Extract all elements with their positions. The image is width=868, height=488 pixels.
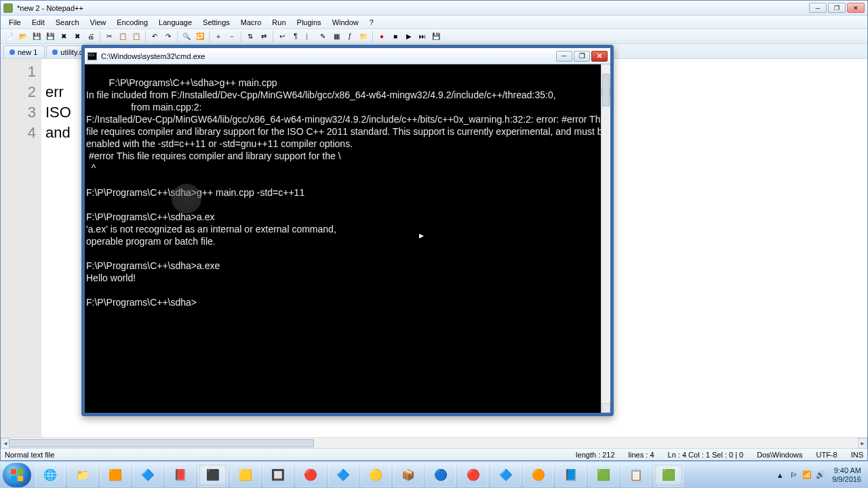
play-icon[interactable]: ▶ [403, 30, 415, 43]
menu-plugins[interactable]: Plugins [292, 17, 327, 28]
save-icon[interactable]: 💾 [31, 30, 43, 43]
func-list-icon[interactable]: ƒ [344, 30, 356, 43]
taskbar-blender-icon[interactable]: 🟠 [524, 464, 553, 487]
menu-edit[interactable]: Edit [26, 17, 50, 28]
line-number: 2 [1, 82, 36, 102]
tab-new-1[interactable]: new 1 [3, 45, 45, 58]
npp-maximize-button[interactable]: ❐ [828, 3, 846, 13]
cmd-minimize-button[interactable]: ─ [556, 51, 572, 62]
status-filetype: Normal text file [5, 451, 54, 459]
replace-icon[interactable]: 🔁 [194, 30, 206, 43]
cmd-text: F:\P\Programs\C++\sdha>g++ main.cpp In f… [86, 77, 610, 308]
sync-v-icon[interactable]: ⇅ [244, 30, 256, 43]
taskbar-chrome-icon[interactable]: 🔴 [296, 464, 326, 487]
menu-macro[interactable]: Macro [235, 17, 267, 28]
doc-map-icon[interactable]: ▦ [330, 30, 342, 43]
new-file-icon[interactable]: 📄 [3, 30, 16, 43]
cmd-vertical-scrollbar[interactable]: ▲ ▼ [601, 64, 610, 413]
taskbar-app4-icon[interactable]: 🟩 [589, 464, 618, 487]
tray-network-icon[interactable]: 📶 [802, 470, 812, 480]
horizontal-scrollbar[interactable]: ◄ ► [1, 437, 867, 448]
close-all-icon[interactable]: ✖ [71, 30, 83, 43]
save-macro-icon[interactable]: 💾 [430, 30, 442, 43]
zoom-in-icon[interactable]: ＋ [212, 30, 224, 43]
record-icon[interactable]: ● [376, 30, 388, 43]
cmd-close-button[interactable]: ✕ [591, 51, 608, 62]
line-number: 3 [1, 102, 36, 123]
zoom-out-icon[interactable]: － [226, 30, 238, 43]
status-encoding: UTF-8 [816, 451, 837, 459]
taskbar-ps-icon[interactable]: 🔷 [491, 464, 521, 487]
status-position: Ln : 4 Col : 1 Sel : 0 | 0 [668, 451, 744, 459]
taskbar-app5-icon[interactable]: 📋 [621, 464, 651, 487]
play-multi-icon[interactable]: ⏭ [416, 30, 429, 43]
cmd-maximize-button[interactable]: ❐ [574, 51, 590, 62]
menu-help[interactable]: ? [364, 17, 379, 28]
menu-language[interactable]: Language [153, 17, 197, 28]
taskbar-explorer-icon[interactable]: 📁 [68, 464, 98, 487]
menu-settings[interactable]: Settings [197, 17, 235, 28]
tray-volume-icon[interactable]: 🔊 [816, 470, 825, 480]
taskbar-devcpp-icon[interactable]: 🔷 [133, 464, 163, 487]
close-file-icon[interactable]: ✖ [58, 30, 70, 43]
npp-title-text: *new 2 - Notepad++ [17, 4, 809, 12]
scroll-thumb[interactable] [602, 74, 610, 106]
taskbar-box-icon[interactable]: 📦 [393, 464, 423, 487]
save-all-icon[interactable]: 💾 [44, 30, 56, 43]
show-all-icon[interactable]: ¶ [290, 30, 302, 43]
taskbar-vs-icon[interactable]: 🔷 [328, 464, 358, 487]
menu-file[interactable]: File [3, 17, 26, 28]
taskbar-cmd-icon[interactable]: ⬛ [198, 464, 228, 487]
copy-icon[interactable]: 📋 [117, 30, 129, 43]
sync-h-icon[interactable]: ⇄ [258, 30, 270, 43]
taskbar-pdf-icon[interactable]: 📕 [165, 464, 195, 487]
taskbar-rec-icon[interactable]: 🔴 [458, 464, 488, 487]
wrap-icon[interactable]: ↩ [276, 30, 288, 43]
taskbar-word-icon[interactable]: 📘 [556, 464, 586, 487]
npp-menubar: File Edit Search View Encoding Language … [1, 16, 867, 29]
tray-flag-icon[interactable]: 🏳 [789, 470, 798, 480]
npp-titlebar[interactable]: *new 2 - Notepad++ ─ ❐ ✕ [1, 1, 867, 16]
svg-rect-1 [18, 469, 23, 474]
paste-icon[interactable]: 📋 [130, 30, 142, 43]
indent-guide-icon[interactable]: ⎸ [303, 30, 315, 43]
menu-run[interactable]: Run [267, 17, 291, 28]
windows-taskbar: 🌐 📁 🟧 🔷 📕 ⬛ 🟨 🔲 🔴 🔷 🟡 📦 🔵 🔴 🔷 🟠 📘 🟩 📋 🟩 … [0, 461, 868, 488]
scroll-down-arrow-icon[interactable]: ▼ [601, 403, 610, 413]
tab-state-icon [9, 49, 15, 55]
taskbar-sd-icon[interactable]: 🔲 [263, 464, 293, 487]
status-insert-mode: INS [851, 451, 863, 459]
taskbar-app2-icon[interactable]: 🟡 [361, 464, 391, 487]
cmd-titlebar[interactable]: C:\Windows\system32\cmd.exe ─ ❐ ✕ [85, 48, 610, 64]
line-number: 4 [1, 123, 36, 143]
tab-label: new 1 [18, 48, 37, 56]
start-button[interactable] [3, 463, 31, 487]
taskbar-app3-icon[interactable]: 🔵 [426, 464, 456, 487]
tray-clock[interactable]: 9:40 AM 9/9/2016 [832, 466, 861, 484]
open-file-icon[interactable]: 📂 [17, 30, 29, 43]
windows-logo-icon [10, 468, 24, 482]
taskbar-npp-icon[interactable]: 🟩 [654, 464, 684, 487]
print-icon[interactable]: 🖨 [85, 30, 97, 43]
cut-icon[interactable]: ✂ [103, 30, 115, 43]
taskbar-app-icon[interactable]: 🟨 [231, 464, 260, 487]
undo-icon[interactable]: ↶ [149, 30, 161, 43]
scroll-right-arrow-icon[interactable]: ► [858, 438, 867, 449]
stop-icon[interactable]: ■ [389, 30, 401, 43]
tray-up-arrow-icon[interactable]: ▲ [775, 470, 785, 480]
taskbar-media-icon[interactable]: 🟧 [100, 464, 130, 487]
npp-minimize-button[interactable]: ─ [809, 3, 827, 13]
redo-icon[interactable]: ↷ [162, 30, 174, 43]
menu-window[interactable]: Window [327, 17, 364, 28]
menu-search[interactable]: Search [50, 17, 85, 28]
cmd-window[interactable]: C:\Windows\system32\cmd.exe ─ ❐ ✕ F:\P\P… [81, 45, 614, 416]
taskbar-ie-icon[interactable]: 🌐 [35, 464, 65, 487]
udl-icon[interactable]: ✎ [317, 30, 329, 43]
scroll-thumb[interactable] [9, 439, 314, 447]
folder-workspace-icon[interactable]: 📁 [357, 30, 370, 43]
find-icon[interactable]: 🔍 [180, 30, 193, 43]
npp-close-button[interactable]: ✕ [847, 3, 865, 13]
menu-encoding[interactable]: Encoding [111, 17, 153, 28]
cmd-output[interactable]: F:\P\Programs\C++\sdha>g++ main.cpp In f… [85, 64, 610, 413]
menu-view[interactable]: View [85, 17, 112, 28]
